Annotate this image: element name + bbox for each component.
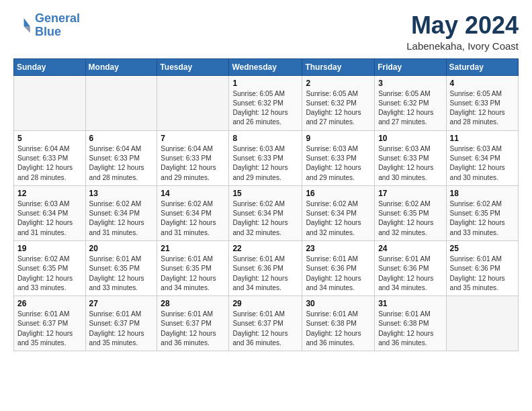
calendar-cell: 4Sunrise: 6:05 AM Sunset: 6:33 PM Daylig… [446,75,518,130]
day-number: 17 [378,189,442,198]
day-info: Sunrise: 6:03 AM Sunset: 6:33 PM Dayligh… [378,144,442,183]
day-number: 1 [232,79,298,88]
week-row-1: 1Sunrise: 6:05 AM Sunset: 6:32 PM Daylig… [14,75,519,130]
logo-general: General [35,11,80,25]
day-info: Sunrise: 6:01 AM Sunset: 6:37 PM Dayligh… [17,310,82,348]
day-number: 26 [17,299,82,308]
calendar-cell: 30Sunrise: 6:01 AM Sunset: 6:38 PM Dayli… [302,296,375,351]
day-info: Sunrise: 6:05 AM Sunset: 6:32 PM Dayligh… [378,89,442,128]
day-number: 21 [161,244,225,253]
calendar-cell: 16Sunrise: 6:02 AM Sunset: 6:34 PM Dayli… [302,185,375,240]
day-number: 5 [17,134,82,143]
calendar-cell: 20Sunrise: 6:01 AM Sunset: 6:35 PM Dayli… [85,240,157,295]
day-number: 15 [232,189,298,198]
calendar-cell: 11Sunrise: 6:03 AM Sunset: 6:34 PM Dayli… [446,130,518,185]
calendar-cell: 24Sunrise: 6:01 AM Sunset: 6:36 PM Dayli… [375,240,446,295]
weekday-tuesday: Tuesday [157,58,229,75]
calendar-cell: 29Sunrise: 6:01 AM Sunset: 6:37 PM Dayli… [229,296,302,351]
day-number: 25 [450,244,515,253]
day-number: 31 [378,299,442,308]
calendar-cell: 3Sunrise: 6:05 AM Sunset: 6:32 PM Daylig… [375,75,446,130]
day-info: Sunrise: 6:02 AM Sunset: 6:34 PM Dayligh… [306,199,371,238]
day-info: Sunrise: 6:05 AM Sunset: 6:32 PM Dayligh… [232,89,298,128]
day-number: 3 [378,79,442,88]
calendar-cell: 15Sunrise: 6:02 AM Sunset: 6:34 PM Dayli… [229,185,302,240]
day-info: Sunrise: 6:03 AM Sunset: 6:34 PM Dayligh… [450,144,515,183]
calendar-cell: 22Sunrise: 6:01 AM Sunset: 6:36 PM Dayli… [229,240,302,295]
calendar-cell: 1Sunrise: 6:05 AM Sunset: 6:32 PM Daylig… [229,75,302,130]
day-number: 13 [89,189,154,198]
day-number: 12 [17,189,82,198]
day-number: 9 [306,134,371,143]
weekday-sunday: Sunday [14,58,86,75]
calendar-cell: 14Sunrise: 6:02 AM Sunset: 6:34 PM Dayli… [157,185,229,240]
calendar-cell: 18Sunrise: 6:02 AM Sunset: 6:35 PM Dayli… [446,185,518,240]
weekday-header-row: Sunday Monday Tuesday Wednesday Thursday… [14,58,519,75]
calendar-cell: 21Sunrise: 6:01 AM Sunset: 6:35 PM Dayli… [157,240,229,295]
title-block: May 2024 Labenekaha, Ivory Coast [406,12,519,52]
day-number: 7 [161,134,225,143]
calendar-cell: 13Sunrise: 6:02 AM Sunset: 6:34 PM Dayli… [85,185,157,240]
page: General Blue May 2024 Labenekaha, Ivory … [0,0,532,359]
day-info: Sunrise: 6:01 AM Sunset: 6:38 PM Dayligh… [378,310,442,348]
calendar-cell: 26Sunrise: 6:01 AM Sunset: 6:37 PM Dayli… [14,296,86,351]
day-info: Sunrise: 6:01 AM Sunset: 6:37 PM Dayligh… [232,310,298,348]
day-info: Sunrise: 6:03 AM Sunset: 6:34 PM Dayligh… [17,199,82,238]
day-info: Sunrise: 6:04 AM Sunset: 6:33 PM Dayligh… [17,144,82,183]
weekday-friday: Friday [375,58,446,75]
weekday-monday: Monday [85,58,157,75]
logo: General Blue [13,12,80,39]
calendar-cell: 10Sunrise: 6:03 AM Sunset: 6:33 PM Dayli… [375,130,446,185]
week-row-2: 5Sunrise: 6:04 AM Sunset: 6:33 PM Daylig… [14,130,519,185]
calendar-cell: 27Sunrise: 6:01 AM Sunset: 6:37 PM Dayli… [85,296,157,351]
calendar-cell: 17Sunrise: 6:02 AM Sunset: 6:35 PM Dayli… [375,185,446,240]
day-number: 29 [232,299,298,308]
day-number: 24 [378,244,442,253]
day-number: 30 [306,299,371,308]
svg-marker-0 [24,18,30,26]
weekday-wednesday: Wednesday [229,58,302,75]
day-number: 22 [232,244,298,253]
logo-blue: Blue [35,25,61,38]
day-number: 28 [161,299,225,308]
calendar-cell: 6Sunrise: 6:04 AM Sunset: 6:33 PM Daylig… [85,130,157,185]
svg-marker-1 [24,26,30,32]
main-title: May 2024 [406,12,519,39]
subtitle: Labenekaha, Ivory Coast [406,40,519,52]
day-number: 14 [161,189,225,198]
day-info: Sunrise: 6:01 AM Sunset: 6:38 PM Dayligh… [306,310,371,348]
calendar-cell: 8Sunrise: 6:03 AM Sunset: 6:33 PM Daylig… [229,130,302,185]
weekday-thursday: Thursday [302,58,375,75]
weekday-saturday: Saturday [446,58,518,75]
day-number: 20 [89,244,154,253]
day-info: Sunrise: 6:01 AM Sunset: 6:36 PM Dayligh… [232,255,298,293]
day-number: 27 [89,299,154,308]
day-info: Sunrise: 6:01 AM Sunset: 6:37 PM Dayligh… [89,310,154,348]
calendar-cell [446,296,518,351]
day-number: 6 [89,134,154,143]
day-info: Sunrise: 6:02 AM Sunset: 6:35 PM Dayligh… [378,199,442,238]
day-number: 8 [232,134,298,143]
calendar-cell: 7Sunrise: 6:04 AM Sunset: 6:33 PM Daylig… [157,130,229,185]
day-info: Sunrise: 6:01 AM Sunset: 6:36 PM Dayligh… [450,255,515,293]
day-info: Sunrise: 6:02 AM Sunset: 6:35 PM Dayligh… [450,199,515,238]
day-info: Sunrise: 6:03 AM Sunset: 6:33 PM Dayligh… [306,144,371,183]
day-info: Sunrise: 6:05 AM Sunset: 6:32 PM Dayligh… [306,89,371,128]
calendar-cell: 2Sunrise: 6:05 AM Sunset: 6:32 PM Daylig… [302,75,375,130]
day-number: 23 [306,244,371,253]
logo-icon [13,16,32,35]
day-number: 2 [306,79,371,88]
day-number: 18 [450,189,515,198]
day-info: Sunrise: 6:02 AM Sunset: 6:35 PM Dayligh… [17,255,82,293]
day-info: Sunrise: 6:01 AM Sunset: 6:35 PM Dayligh… [161,255,225,293]
day-info: Sunrise: 6:03 AM Sunset: 6:33 PM Dayligh… [232,144,298,183]
day-info: Sunrise: 6:04 AM Sunset: 6:33 PM Dayligh… [89,144,154,183]
day-info: Sunrise: 6:04 AM Sunset: 6:33 PM Dayligh… [161,144,225,183]
week-row-4: 19Sunrise: 6:02 AM Sunset: 6:35 PM Dayli… [14,240,519,295]
week-row-3: 12Sunrise: 6:03 AM Sunset: 6:34 PM Dayli… [14,185,519,240]
calendar-cell: 19Sunrise: 6:02 AM Sunset: 6:35 PM Dayli… [14,240,86,295]
day-info: Sunrise: 6:02 AM Sunset: 6:34 PM Dayligh… [232,199,298,238]
calendar-cell: 9Sunrise: 6:03 AM Sunset: 6:33 PM Daylig… [302,130,375,185]
calendar: Sunday Monday Tuesday Wednesday Thursday… [13,58,519,352]
day-info: Sunrise: 6:02 AM Sunset: 6:34 PM Dayligh… [89,199,154,238]
